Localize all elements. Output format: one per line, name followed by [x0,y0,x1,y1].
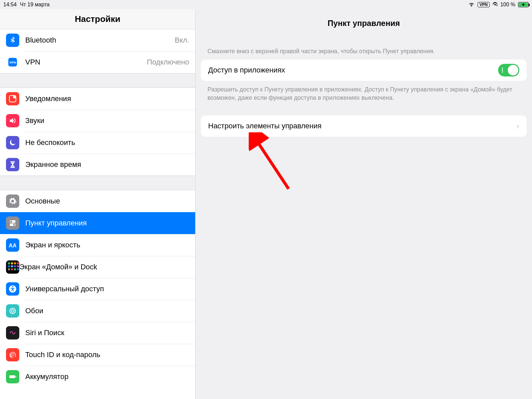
sidebar-item-label: Пункт управления [25,219,189,227]
screentime-icon [6,158,19,171]
sidebar-item-label: Аккумулятор [25,372,189,381]
sidebar-item-label: Экран «Домой» и Dock [19,263,189,271]
sidebar-item-sounds[interactable]: Звуки [0,110,195,132]
wifi-icon [468,2,475,7]
svg-text:AA: AA [9,242,17,248]
sidebar-item-label: Звуки [25,116,189,125]
sidebar-item-label: Siri и Поиск [25,329,189,337]
sidebar-item-label: Основные [25,197,189,205]
status-date: Чт 19 марта [20,2,50,8]
sidebar-item-display[interactable]: AAЭкран и яркость [0,234,195,256]
sidebar-item-home-dock[interactable]: Экран «Домой» и Dock [0,256,195,278]
wallpaper-icon [6,304,19,318]
sidebar-header: Настройки [0,9,195,29]
battery-icon [518,2,529,7]
sidebar-item-wallpaper[interactable]: Обои [0,300,195,322]
customize-controls-label: Настроить элементы управления [208,122,516,130]
svg-point-3 [13,95,16,98]
sidebar-item-label: Touch ID и код-пароль [25,350,189,359]
sidebar-group-separator [0,176,195,190]
access-within-apps-card: Доступ в приложениях [201,60,527,81]
settings-sidebar[interactable]: Настройки BluetoothВкл.VPNVPNПодключеноУ… [0,9,196,399]
accessibility-icon [6,282,19,296]
display-icon: AA [6,238,19,252]
svg-point-12 [12,310,14,312]
sidebar-group-separator [0,73,195,88]
sidebar-item-bluetooth[interactable]: BluetoothВкл. [0,29,195,51]
sidebar-item-notifications[interactable]: Уведомления [0,88,195,110]
svg-point-7 [13,224,15,225]
svg-point-10 [12,286,13,288]
sidebar-item-battery[interactable]: Аккумулятор [0,366,195,388]
sidebar-item-accessibility[interactable]: Универсальный доступ [0,278,195,300]
battery-icon [6,370,19,383]
svg-point-5 [10,220,12,222]
status-time: 14:54 [3,2,17,8]
access-within-apps-row[interactable]: Доступ в приложениях [201,60,527,81]
sidebar-item-touchid[interactable]: Touch ID и код-пароль [0,344,195,366]
customize-controls-card: Настроить элементы управления › [201,115,527,137]
sidebar-item-value: Вкл. [175,36,190,45]
sidebar-item-siri[interactable]: Siri и Поиск [0,322,195,344]
sidebar-item-label: Экранное время [25,160,189,169]
status-bar: 14:54 Чт 19 марта VPN 100 % [0,0,532,9]
battery-percent: 100 % [500,2,515,8]
sidebar-item-label: Универсальный доступ [25,285,189,293]
touchid-icon [6,348,19,361]
sidebar-item-controlcenter[interactable]: Пункт управления [0,212,195,234]
siri-icon [6,326,19,339]
detail-pane: Пункт управления Смахните вниз с верхней… [196,9,532,399]
sidebar-item-general[interactable]: Основные [0,190,195,212]
detail-hint: Смахните вниз с верхней правой части экр… [201,48,527,60]
svg-text:VPN: VPN [9,61,16,64]
general-icon [6,195,19,208]
access-within-apps-toggle[interactable] [498,64,519,76]
sidebar-item-screentime[interactable]: Экранное время [0,154,195,176]
access-within-apps-label: Доступ в приложениях [208,66,498,74]
vpn-icon: VPN [6,56,19,69]
access-within-apps-footer: Разрешить доступ к Пункту управления в п… [201,81,527,102]
sounds-icon [6,114,19,127]
sidebar-item-label: VPN [25,58,147,66]
chevron-right-icon: › [516,121,519,131]
bluetooth-icon [6,34,19,47]
svg-line-16 [256,140,289,189]
sidebar-item-value: Подключено [147,58,189,66]
sidebar-item-label: Уведомления [25,94,189,103]
customize-controls-row[interactable]: Настроить элементы управления › [201,115,527,137]
sidebar-title: Настройки [0,14,195,24]
svg-rect-15 [16,376,16,377]
svg-rect-14 [9,375,15,378]
sidebar-item-label: Bluetooth [25,36,175,45]
dnd-icon [6,136,19,149]
detail-title: Пункт управления [201,9,527,48]
annotation-arrow [249,132,302,199]
sidebar-item-label: Экран и яркость [25,241,189,249]
sidebar-item-label: Обои [25,307,189,315]
notifications-icon [6,92,19,105]
sidebar-item-dnd[interactable]: Не беспокоить [0,132,195,154]
vpn-badge: VPN [477,2,490,7]
controlcenter-icon [6,216,19,230]
orientation-lock-icon [492,2,498,7]
sidebar-item-vpn[interactable]: VPNVPNПодключено [0,51,195,73]
sidebar-item-label: Не беспокоить [25,138,189,147]
